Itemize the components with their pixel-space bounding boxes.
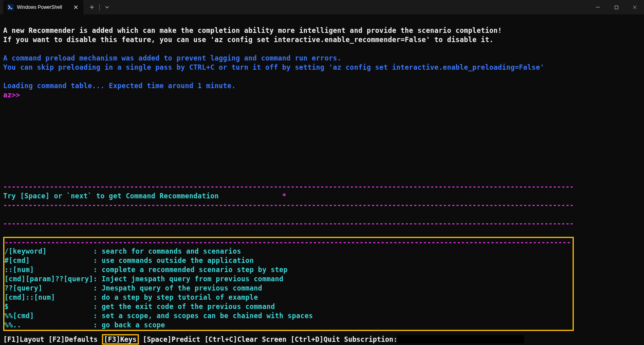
star-icon: * <box>282 192 286 200</box>
f1-layout[interactable]: [F1]Layout <box>3 335 44 343</box>
tab-powershell[interactable]: Windows PowerShell <box>3 0 83 14</box>
window-controls <box>589 0 644 14</box>
status-bar: [F1]Layout [F2]Defaults [F3]Keys [Space]… <box>0 333 644 345</box>
help-row: #[cmd] : use commands outside the applic… <box>4 256 254 264</box>
close-window-button[interactable] <box>626 0 644 14</box>
help-row: [cmd][param]??[query]: Inject jmespath q… <box>4 275 283 283</box>
help-row: ??[query] : Jmespath query of the previo… <box>4 284 262 292</box>
tab-title: Windows PowerShell <box>17 4 62 10</box>
titlebar: Windows PowerShell | <box>0 0 644 14</box>
output-line: A new Recommender is added which can mak… <box>3 26 502 34</box>
output-line: Loading command table... Expected time a… <box>3 82 236 90</box>
tab-left: Windows PowerShell <box>7 4 62 10</box>
help-row: [cmd]::[num] : do a step by step tutoria… <box>4 293 258 301</box>
divider: ----------------------------------------… <box>4 238 347 246</box>
help-keys-panel: ----------------------------------------… <box>3 237 574 331</box>
divider: ----------------------------------------… <box>3 220 574 228</box>
help-row: $ : get the exit code of the previous co… <box>4 303 275 311</box>
maximize-button[interactable] <box>607 0 626 14</box>
help-row: %%[cmd] : set a scope, and scopes can be… <box>4 312 313 320</box>
divider-remainder: ----------------------------------------… <box>347 238 571 246</box>
help-row: ::[num] : complete a recommended scenari… <box>4 266 288 274</box>
output-line: A command preload mechanism was added to… <box>3 54 341 62</box>
ctrld-quit[interactable]: [Ctrl+D]Quit <box>291 335 340 343</box>
minimize-button[interactable] <box>589 0 607 14</box>
subscription-label: Subscription: <box>344 335 397 343</box>
help-row: %%.. : go back a scope <box>4 321 165 329</box>
close-tab-icon[interactable] <box>72 4 79 11</box>
tab-dropdown-button[interactable] <box>101 1 113 13</box>
powershell-icon <box>7 4 14 10</box>
divider: ----------------------------------------… <box>3 201 574 209</box>
f2-defaults[interactable]: [F2]Defaults <box>49 335 98 343</box>
help-row: /[keyword] : search for commands and sce… <box>4 247 241 255</box>
ctrlc-clear[interactable]: [Ctrl+C]Clear Screen <box>204 335 286 343</box>
prompt: az>> <box>3 91 20 99</box>
space-predict[interactable]: [Space]Predict <box>143 335 200 343</box>
subscription-value <box>397 335 524 343</box>
terminal-output[interactable]: A new Recommender is added which can mak… <box>0 14 644 333</box>
recommendation-hint: Try [Space] or `next` to get Command Rec… <box>3 192 286 200</box>
f3-keys[interactable]: [F3]Keys <box>102 334 139 345</box>
divider: ----------------------------------------… <box>3 183 574 191</box>
output-line: You can skip preloading in a single pass… <box>3 63 544 71</box>
new-tab-area: | <box>86 0 113 14</box>
new-tab-button[interactable] <box>86 1 98 13</box>
svg-rect-6 <box>615 6 618 9</box>
output-line: If you want to disable this feature, you… <box>3 36 494 44</box>
